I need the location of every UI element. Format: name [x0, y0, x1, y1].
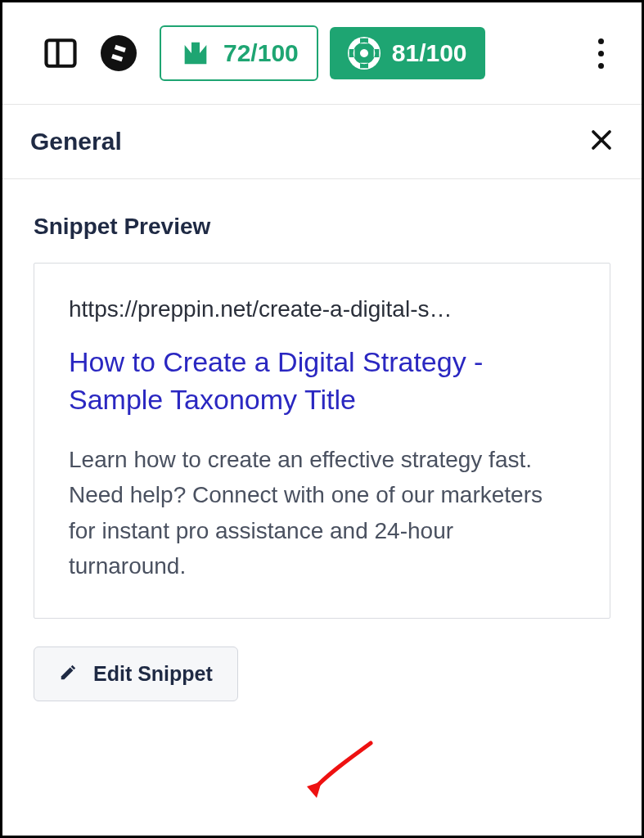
close-icon[interactable]: [589, 128, 614, 155]
snippet-preview-heading: Snippet Preview: [34, 214, 610, 240]
seo-logo-icon: [179, 37, 212, 70]
seo-score-text-2: 81/100: [392, 39, 467, 67]
seo-score-text-1: 72/100: [223, 39, 299, 67]
section-header: General: [2, 105, 642, 179]
brand-icon[interactable]: [101, 35, 137, 71]
top-toolbar: 72/100 81/100: [2, 2, 642, 105]
plugin-gear-icon: [348, 37, 381, 70]
seo-score-badge-2[interactable]: 81/100: [330, 27, 485, 79]
snippet-description: Learn how to create an effective strateg…: [69, 442, 575, 584]
edit-snippet-label: Edit Snippet: [93, 662, 213, 686]
svg-rect-0: [47, 40, 75, 66]
seo-score-badge-1[interactable]: 72/100: [160, 25, 318, 81]
panel-frame: 72/100 81/100 General Snippet Preview ht…: [0, 0, 644, 838]
content-area: Snippet Preview https://preppin.net/crea…: [2, 179, 642, 701]
panel-toggle-icon[interactable]: [43, 36, 78, 70]
more-menu-icon[interactable]: [584, 38, 617, 69]
section-title: General: [30, 128, 122, 155]
snippet-url: https://preppin.net/create-a-digital-s…: [69, 296, 575, 322]
pencil-icon: [59, 664, 77, 684]
edit-snippet-button[interactable]: Edit Snippet: [34, 647, 238, 701]
snippet-preview-card: https://preppin.net/create-a-digital-s… …: [34, 263, 610, 619]
annotation-arrow: [305, 739, 379, 808]
snippet-title: How to Create a Digital Strategy - Sampl…: [69, 344, 575, 419]
